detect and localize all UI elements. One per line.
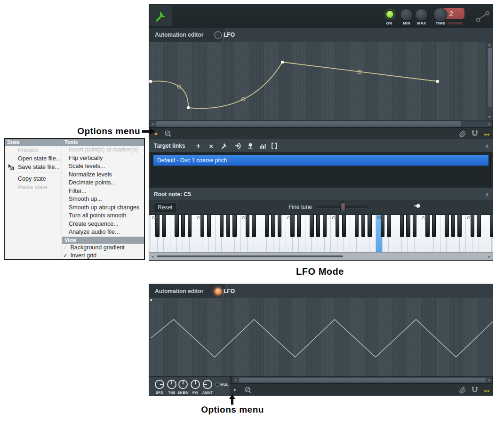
black-key[interactable] [278, 215, 281, 237]
lfo-start-point[interactable] [150, 299, 152, 301]
tension-knob[interactable] [167, 380, 176, 389]
max-knob[interactable] [415, 8, 428, 21]
black-key[interactable] [457, 215, 461, 237]
black-key[interactable] [368, 215, 371, 237]
black-key[interactable] [451, 215, 455, 237]
menu-item-background-gradient[interactable]: ✓ Background gradient [62, 244, 144, 252]
menu-item-scale-levels[interactable]: Scale levels... [62, 162, 144, 171]
scroll-right-icon[interactable]: ▸ [488, 253, 490, 261]
black-key[interactable] [400, 215, 404, 237]
add-link-icon[interactable]: + [196, 139, 200, 152]
piano-keyboard[interactable]: C0C1C2C3C4C5C6C7 [149, 215, 493, 253]
black-key[interactable] [316, 215, 320, 237]
scroll-left-icon[interactable]: ◂ [152, 121, 153, 127]
black-key[interactable] [162, 215, 166, 237]
piano-scroll-thumb[interactable] [157, 255, 343, 257]
plugin-icon-box[interactable] [150, 5, 172, 26]
menu-item-invert-grid[interactable]: ✓ Invert grid [62, 252, 144, 260]
target-links-list[interactable]: Default - Osc 1 coarse pitch [151, 152, 491, 187]
black-key[interactable] [252, 215, 256, 237]
mul-radio[interactable] [215, 382, 219, 387]
curve-point[interactable] [149, 80, 152, 83]
menu-item-smooth-up-abrupt[interactable]: Smooth up abrupt changes [62, 204, 144, 212]
horizontal-stretch-icon[interactable]: ↔ [482, 385, 491, 394]
tab-automation-editor[interactable]: Automation editor [149, 284, 221, 298]
magnet-icon[interactable] [471, 386, 479, 394]
curve-point[interactable] [281, 61, 284, 64]
vscroll-thumb[interactable] [488, 48, 492, 107]
black-key[interactable] [310, 215, 313, 237]
automation-curve-canvas[interactable] [149, 42, 488, 120]
black-key[interactable] [271, 215, 275, 237]
piano-scrollbar[interactable]: ◂ ▸ [149, 252, 493, 261]
zoom-icon[interactable] [164, 130, 172, 137]
lfo-hscroll-thumb[interactable] [239, 378, 486, 382]
fine-tune-thumb[interactable] [340, 202, 345, 212]
automation-curve[interactable] [149, 42, 488, 120]
scroll-left-icon[interactable]: ◂ [234, 377, 236, 383]
title-bar[interactable]: ON MIN MAX 2 TIME RANGE [149, 4, 493, 28]
tab-automation-editor[interactable]: Automation editor [149, 28, 221, 42]
black-key[interactable] [413, 215, 416, 237]
black-key[interactable] [207, 215, 211, 237]
on-led[interactable] [385, 10, 394, 19]
black-key[interactable] [175, 215, 178, 237]
scroll-up-icon[interactable]: ▴ [488, 42, 490, 48]
black-key[interactable] [181, 215, 185, 237]
lfo-radio-on[interactable] [214, 287, 222, 295]
black-key[interactable] [477, 215, 480, 237]
speed-knob[interactable] [155, 380, 164, 389]
scroll-right-icon[interactable]: ▸ [488, 121, 490, 127]
link-nodes-icon[interactable] [475, 10, 491, 23]
paperclip-icon[interactable] [459, 130, 466, 137]
curve-point[interactable] [187, 106, 190, 109]
scroll-left-icon[interactable]: ◂ [152, 253, 153, 261]
lfo-radio[interactable] [214, 31, 222, 39]
black-key[interactable] [342, 215, 346, 237]
black-key[interactable] [265, 215, 269, 237]
horizontal-scrollbar[interactable]: ◂ ▸ [149, 120, 493, 127]
collapse-root-note-icon[interactable]: ∧ [485, 188, 489, 200]
scroll-down-icon[interactable]: ▾ [488, 114, 490, 120]
menu-item-analyze-audio-file[interactable]: Analyze audio file... [62, 228, 144, 237]
black-key[interactable] [232, 215, 236, 237]
magnet-icon[interactable] [471, 130, 479, 137]
black-key[interactable] [432, 215, 436, 237]
black-key[interactable] [220, 215, 224, 237]
skew-knob[interactable] [178, 380, 188, 389]
vertical-scrollbar[interactable]: ▴ ▾ [487, 42, 493, 120]
select-brackets-icon[interactable] [271, 142, 278, 150]
amount-knob[interactable] [203, 380, 212, 389]
black-key[interactable] [406, 215, 410, 237]
menu-item-create-sequence[interactable]: Create sequence... [62, 220, 144, 229]
tweak-link-icon[interactable] [221, 142, 228, 150]
lfo-horizontal-scrollbar[interactable]: ◂ ▸ [232, 376, 493, 383]
menu-item-flip-vertically[interactable]: Flip vertically [62, 154, 144, 163]
stats-bars-icon[interactable] [259, 142, 266, 150]
menu-item-open-state-file[interactable]: Open state file... [5, 154, 62, 163]
menu-item-copy-state[interactable]: Copy state [5, 175, 62, 183]
scroll-right-icon[interactable]: ▸ [488, 377, 490, 383]
lfo-wave-canvas[interactable] [149, 298, 493, 377]
horizontal-stretch-icon[interactable]: ↔ [482, 128, 491, 138]
black-key[interactable] [355, 215, 359, 237]
curve-point[interactable] [436, 80, 439, 83]
min-knob[interactable] [400, 8, 413, 21]
black-key[interactable] [445, 215, 448, 237]
hscroll-thumb[interactable] [156, 121, 461, 127]
reset-button[interactable]: Reset [154, 202, 176, 212]
menu-item-turn-all-points-smooth[interactable]: Turn all points smooth [62, 212, 144, 220]
zoom-icon[interactable] [244, 386, 252, 394]
black-key[interactable] [188, 215, 192, 237]
menu-item-decimate-points[interactable]: Decimate points... [62, 179, 144, 187]
menu-item-filter[interactable]: Filter... [62, 187, 144, 196]
menu-item-save-state-file[interactable]: Save state file... [5, 163, 62, 171]
black-key[interactable] [297, 215, 301, 237]
black-key[interactable] [226, 215, 230, 237]
black-key[interactable] [361, 215, 365, 237]
black-key[interactable] [490, 215, 493, 237]
pw-knob[interactable] [191, 380, 200, 389]
menu-item-smooth-up[interactable]: Smooth up... [62, 195, 144, 204]
delete-link-icon[interactable]: ✕ [209, 140, 213, 153]
options-menu-button[interactable]: ▼ [233, 388, 237, 392]
